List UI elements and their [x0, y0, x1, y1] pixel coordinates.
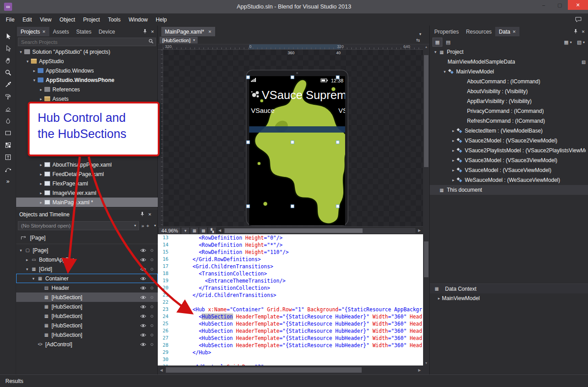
menu-window[interactable]: Window	[125, 14, 152, 25]
eyedropper-tool[interactable]	[0, 78, 16, 90]
menu-file[interactable]: File	[2, 14, 18, 25]
snap-gridlines-icon[interactable]: ▩	[199, 228, 207, 234]
lock-dot-icon[interactable]	[151, 287, 153, 289]
artboard[interactable]: 36040 12:38	[163, 50, 423, 226]
expander-icon[interactable]: ▾	[18, 248, 24, 253]
visibility-eye-icon[interactable]	[140, 323, 147, 328]
tab-projects[interactable]: Projects✕	[17, 27, 49, 36]
breadcrumb-hubsection[interactable]: [HubSection] ▾	[160, 37, 198, 43]
expander-icon[interactable]: ▸	[436, 296, 442, 301]
artboard-hscrollbar[interactable]	[224, 228, 415, 233]
tree-row[interactable]: ▸MainPage.xaml *	[16, 198, 158, 207]
tab-states[interactable]: States	[73, 27, 95, 36]
tree-row[interactable]: ▸References	[16, 85, 158, 94]
lock-dot-icon[interactable]	[151, 277, 153, 280]
tree-row[interactable]: ▸FlexPage.xaml	[16, 179, 158, 188]
data-item[interactable]: PrivacyCommand : (ICommand)	[430, 106, 588, 116]
data-item[interactable]: ▸VSauce3Model : (VSauce3ViewModel)	[430, 155, 588, 165]
create-sample-data-button[interactable]: ▧▾	[576, 38, 585, 46]
rectangle-tool[interactable]	[0, 127, 16, 139]
code-line[interactable]: 18 <TransitionCollection>	[158, 270, 423, 277]
details-view-button[interactable]: ▦	[433, 38, 442, 46]
object-item[interactable]: ▾▦Container	[16, 274, 158, 283]
expander-icon[interactable]: ▾	[24, 267, 30, 271]
object-item[interactable]: ▦[HubSection]	[16, 292, 158, 302]
direct-selection-tool[interactable]	[0, 42, 16, 54]
object-item[interactable]: ▦[HubSection]	[16, 321, 158, 330]
minimize-button[interactable]: –	[536, 0, 552, 10]
expander-icon[interactable]: ▾	[31, 78, 37, 82]
tree-row[interactable]: ▾AppStudio	[16, 56, 158, 66]
scroll-up-icon[interactable]: ▴	[423, 45, 429, 49]
lock-dot-icon[interactable]	[151, 324, 153, 327]
pan-tool[interactable]	[0, 54, 16, 66]
scroll-right-icon[interactable]: ▶	[417, 228, 422, 232]
tree-row[interactable]: ▸AboutThisAppPage.xaml	[16, 160, 158, 169]
data-item[interactable]: ▸SelectedItem : (ViewModelBase)	[430, 126, 588, 136]
expander-icon[interactable]: ▸	[24, 258, 30, 262]
create-data-source-button[interactable]: ▦▾	[563, 38, 572, 46]
visibility-eye-icon[interactable]	[140, 295, 147, 300]
code-line[interactable]: 14 <RowDefinition Height="*"/>	[158, 241, 423, 249]
expander-icon[interactable]: ▸	[38, 200, 44, 205]
close-panel-icon[interactable]: ✕	[581, 30, 585, 34]
expander-icon[interactable]: ▸	[450, 138, 456, 143]
lock-dot-icon[interactable]	[151, 258, 153, 261]
code-line[interactable]: 28 <HubSection HeaderTemplate="{StaticRe…	[158, 342, 423, 349]
data-item[interactable]: MainViewModelSampleData▧	[430, 57, 588, 67]
expander-icon[interactable]: ▸	[450, 148, 456, 153]
scroll-thumb[interactable]	[424, 55, 428, 167]
visibility-eye-icon[interactable]	[140, 286, 147, 290]
data-item[interactable]: ▾▦Project	[430, 47, 588, 57]
object-item[interactable]: <>[AdControl]	[16, 340, 158, 349]
zoom-dropdown-icon[interactable]: ▾	[182, 228, 189, 234]
code-line[interactable]: 26 <HubSection HeaderTemplate="{StaticRe…	[158, 327, 423, 335]
expander-icon[interactable]: ▸	[450, 178, 456, 182]
vertical-scrollbar[interactable]: ▴ ▾	[423, 44, 429, 366]
object-item[interactable]: ▸▭BottomAppBar	[16, 255, 158, 264]
expander-icon[interactable]: ▸	[450, 168, 456, 172]
data-item[interactable]: ▦This document	[430, 185, 588, 195]
lock-dot-icon[interactable]	[151, 249, 153, 252]
close-panel-icon[interactable]: ✕	[148, 212, 151, 217]
zoom-level[interactable]: 44.96%	[159, 228, 180, 234]
visibility-eye-icon[interactable]	[140, 248, 147, 253]
expander-icon[interactable]: ▸	[38, 181, 44, 186]
code-line[interactable]: 15 <RowDefinition Height="110"/>	[158, 249, 423, 256]
swap-views-icon[interactable]: ⇆	[416, 38, 420, 43]
lock-dot-icon[interactable]	[151, 315, 153, 318]
expander-icon[interactable]: ▸	[38, 97, 44, 101]
data-item[interactable]: AboutCommand : (ICommand)	[430, 77, 588, 86]
tab-device[interactable]: Device	[95, 27, 119, 36]
maximize-button[interactable]: ▢	[552, 0, 568, 10]
code-line[interactable]: 16 </Grid.RowDefinitions>	[158, 256, 423, 263]
menu-tools[interactable]: Tools	[104, 14, 125, 25]
data-item[interactable]: ▸MainViewModel	[430, 293, 588, 303]
lock-dot-icon[interactable]	[151, 334, 153, 336]
code-line[interactable]: 27 <HubSection HeaderTemplate="{StaticRe…	[158, 335, 423, 342]
visibility-eye-icon[interactable]	[140, 258, 147, 262]
more-tools[interactable]: »	[0, 175, 16, 187]
tab-data[interactable]: Data✕	[495, 27, 519, 36]
results-panel-tab[interactable]: Results	[5, 378, 23, 384]
data-item[interactable]: ▸VSauceModel : (VSauceViewModel)	[430, 165, 588, 175]
scroll-down-icon[interactable]: ▾	[423, 361, 429, 365]
scroll-thumb[interactable]	[424, 241, 428, 277]
code-line[interactable]: 20 </TransitionCollection>	[158, 284, 423, 292]
menu-object[interactable]: Object	[56, 14, 79, 25]
visibility-eye-icon[interactable]	[140, 333, 147, 337]
code-line[interactable]: 30	[158, 356, 423, 363]
expander-icon[interactable]: ▾	[30, 276, 36, 281]
data-item[interactable]: AboutVisibility : (Visibility)	[430, 86, 588, 96]
data-item[interactable]: ▾MainViewModel	[430, 67, 588, 77]
data-item[interactable]: RefreshCommand : (ICommand)	[430, 116, 588, 126]
object-item[interactable]: ▦[HubSection]	[16, 311, 158, 321]
code-line[interactable]: 19 <EntranceThemeTransition/>	[158, 277, 423, 284]
selection-tool[interactable]	[0, 30, 16, 42]
snap-grid-icon[interactable]: ▦	[190, 228, 198, 234]
tree-row[interactable]: ▾Solution "AppStudio" (4 projects)	[16, 47, 158, 56]
tree-row[interactable]: ▸FeedDetailPage.xaml	[16, 169, 158, 179]
code-line[interactable]: 21 </Grid.ChildrenTransitions>	[158, 292, 423, 299]
scroll-left-icon[interactable]: ◀	[158, 368, 165, 372]
close-tab-icon[interactable]: ✕	[42, 30, 46, 34]
